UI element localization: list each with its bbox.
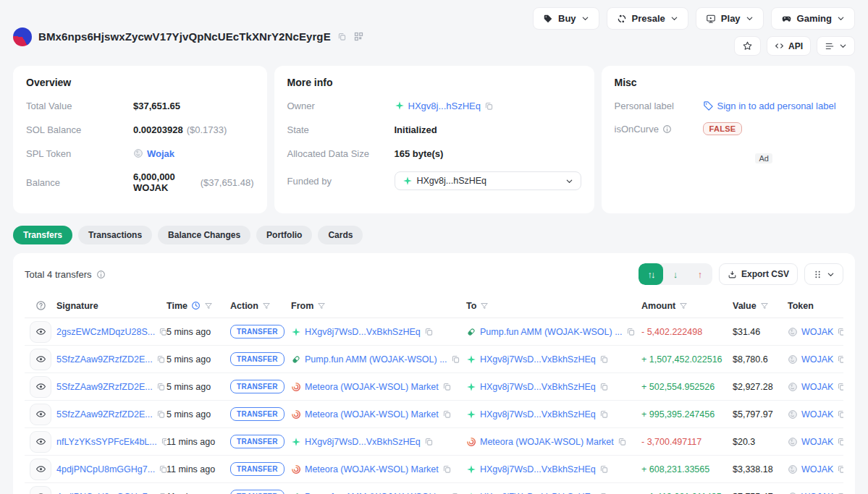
preview-button[interactable] xyxy=(30,349,51,370)
menu-button[interactable] xyxy=(817,36,855,56)
copy-icon[interactable] xyxy=(424,327,434,336)
action-badge[interactable]: TRANSFER xyxy=(230,325,285,338)
filter-outgoing-button[interactable]: ↑ xyxy=(688,263,712,285)
copy-icon[interactable] xyxy=(599,464,609,474)
filter-icon[interactable] xyxy=(262,302,271,310)
copy-icon[interactable] xyxy=(156,354,166,364)
signature-link[interactable]: 4pdjPNCpU8mGGHg7... xyxy=(56,464,155,474)
to-link[interactable]: Pump.fun AMM (WOJAK-WSOL) ... xyxy=(480,327,623,337)
token-link[interactable]: WOJAK xyxy=(801,382,833,392)
qr-code-icon[interactable] xyxy=(353,31,364,42)
copy-icon[interactable] xyxy=(159,327,167,336)
tab-portfolio[interactable]: Portfolio xyxy=(256,226,312,244)
funded-by-select[interactable]: HXgv8j...hSzHEq xyxy=(395,171,581,190)
from-link[interactable]: Meteora (WOJAK-WSOL) Market xyxy=(305,409,439,420)
copy-icon[interactable] xyxy=(599,382,609,391)
action-badge[interactable]: TRANSFER xyxy=(230,490,285,494)
token-link[interactable]: WOJAK xyxy=(801,464,833,474)
to-link[interactable]: HXgv8j7WsD...VxBkhSzHEq xyxy=(480,464,596,474)
copy-icon[interactable] xyxy=(156,409,166,419)
to-link[interactable]: HXgv8j7WsD...VxBkhSzHEq xyxy=(480,492,596,494)
preview-button[interactable] xyxy=(30,486,51,494)
signature-link[interactable]: 5SfzZAaw9ZRzfZD2E... xyxy=(56,409,153,420)
filter-icon[interactable] xyxy=(679,302,688,310)
copy-icon[interactable] xyxy=(837,354,843,364)
signature-link[interactable]: 5SfzZAaw9ZRzfZD2E... xyxy=(56,354,153,365)
action-badge[interactable]: TRANSFER xyxy=(230,380,285,393)
from-link[interactable]: Meteora (WOJAK-WSOL) Market xyxy=(305,382,439,392)
sign-in-personal-label-link[interactable]: Sign in to add personal label xyxy=(717,101,836,111)
from-link[interactable]: HXgv8j7WsD...VxBkhSzHEq xyxy=(305,437,421,447)
copy-icon[interactable] xyxy=(599,409,609,419)
copy-icon[interactable] xyxy=(484,101,494,111)
action-badge[interactable]: TRANSFER xyxy=(230,435,285,448)
signature-link[interactable]: nfLYzYKsSYPFcEk4bL... xyxy=(56,437,157,447)
play-button[interactable]: Play xyxy=(696,7,764,30)
signature-link[interactable]: 4pdjPNCpU8mGGHg7... xyxy=(56,492,155,494)
tab-transactions[interactable]: Transactions xyxy=(78,226,152,244)
copy-icon[interactable] xyxy=(837,409,843,419)
presale-button[interactable]: Presale xyxy=(607,7,688,30)
preview-button[interactable] xyxy=(30,404,51,425)
info-icon[interactable] xyxy=(96,270,106,279)
api-button[interactable]: API xyxy=(767,36,811,56)
to-link[interactable]: HXgv8j7WsD...VxBkhSzHEq xyxy=(480,382,596,392)
filter-icon[interactable] xyxy=(204,302,213,310)
from-link[interactable]: HXgv8j7WsD...VxBkhSzHEq xyxy=(305,327,421,337)
filter-icon[interactable] xyxy=(760,302,769,310)
buy-button[interactable]: Buy xyxy=(533,7,599,30)
copy-icon[interactable] xyxy=(837,464,843,474)
tab-balance-changes[interactable]: Balance Changes xyxy=(158,226,250,244)
filter-incoming-button[interactable]: ↓ xyxy=(663,263,688,285)
preview-button[interactable] xyxy=(30,459,51,480)
col-time[interactable]: Time xyxy=(167,301,187,311)
preview-button[interactable] xyxy=(30,321,51,343)
signature-link[interactable]: 5SfzZAaw9ZRzfZD2E... xyxy=(56,382,153,392)
token-link[interactable]: WOJAK xyxy=(801,409,833,420)
question-icon[interactable] xyxy=(35,300,46,311)
copy-icon[interactable] xyxy=(442,409,452,419)
preview-button[interactable] xyxy=(30,376,51,398)
from-link[interactable]: Pump.fun AMM (WOJAK-WSOL) ... xyxy=(305,492,447,494)
copy-icon[interactable] xyxy=(424,437,434,446)
action-badge[interactable]: TRANSFER xyxy=(230,352,285,366)
token-link[interactable]: WOJAK xyxy=(801,492,833,494)
token-link[interactable]: WOJAK xyxy=(801,327,833,337)
signature-link[interactable]: 2gszEWCzMDqzU28S... xyxy=(56,327,155,337)
filter-all-directions-button[interactable]: ↑↓ xyxy=(639,263,663,285)
copy-icon[interactable] xyxy=(837,327,843,336)
action-badge[interactable]: TRANSFER xyxy=(230,407,285,421)
info-icon[interactable] xyxy=(662,124,672,134)
copy-icon[interactable] xyxy=(626,327,636,336)
copy-icon[interactable] xyxy=(159,464,167,474)
action-badge[interactable]: TRANSFER xyxy=(230,462,285,476)
to-link[interactable]: HXgv8j7WsD...VxBkhSzHEq xyxy=(480,409,596,420)
tab-cards[interactable]: Cards xyxy=(318,226,363,244)
to-link[interactable]: HXgv8j7WsD...VxBkhSzHEq xyxy=(480,354,596,365)
copy-icon[interactable] xyxy=(837,437,843,446)
from-link[interactable]: Meteora (WOJAK-WSOL) Market xyxy=(305,464,439,474)
copy-icon[interactable] xyxy=(337,32,347,41)
copy-icon[interactable] xyxy=(837,382,843,391)
favorite-button[interactable] xyxy=(734,36,761,56)
token-link[interactable]: WOJAK xyxy=(801,437,833,447)
copy-icon[interactable] xyxy=(161,437,167,446)
preview-button[interactable] xyxy=(30,431,51,453)
filter-icon[interactable] xyxy=(317,302,326,310)
tab-transfers[interactable]: Transfers xyxy=(13,226,72,244)
export-csv-button[interactable]: Export CSV xyxy=(719,263,798,285)
copy-icon[interactable] xyxy=(442,382,452,391)
spl-token-link[interactable]: Wojak xyxy=(147,148,174,159)
copy-icon[interactable] xyxy=(442,464,452,474)
owner-link[interactable]: HXgv8j...hSzHEq xyxy=(408,101,481,111)
copy-icon[interactable] xyxy=(451,354,460,364)
to-link[interactable]: Meteora (WOJAK-WSOL) Market xyxy=(480,437,614,447)
copy-icon[interactable] xyxy=(618,437,627,446)
from-link[interactable]: Pump.fun AMM (WOJAK-WSOL) ... xyxy=(305,354,447,365)
token-link[interactable]: WOJAK xyxy=(801,354,833,365)
columns-button[interactable] xyxy=(804,263,843,285)
filter-icon[interactable] xyxy=(480,302,489,310)
clock-icon[interactable] xyxy=(191,301,201,310)
gaming-button[interactable]: Gaming xyxy=(771,7,855,30)
copy-icon[interactable] xyxy=(599,354,609,364)
